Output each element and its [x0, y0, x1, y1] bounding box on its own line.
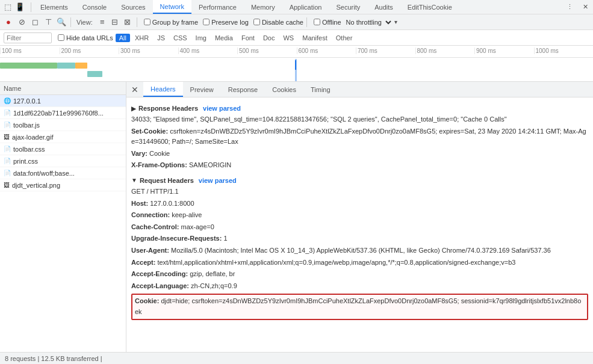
search-button[interactable]: 🔍	[55, 16, 67, 28]
filter-tag-css[interactable]: CSS	[170, 34, 191, 42]
disable-cache-checkbox[interactable]: Disable cache	[253, 19, 303, 26]
file-icon: 📄	[4, 110, 11, 116]
detail-tabs: ✕ Headers Preview Response Cookies Timin…	[126, 82, 593, 97]
request-header-row: Upgrade-Insecure-Requests: 1	[131, 233, 588, 244]
filter-button[interactable]: ⊤	[42, 16, 54, 28]
file-list: Name 🌐127.0.0.1📄1d1df6220ab711e9996760f8…	[0, 82, 126, 352]
file-name: 127.0.0.1	[13, 97, 41, 105]
view-icons: ≡ ⊟ ⊠	[96, 16, 134, 28]
response-header-row: 34033; "Elapsed time", SQLPanel_sql_time…	[131, 114, 588, 125]
waterfall-bar-1	[0, 63, 57, 69]
file-item[interactable]: 📄1d1df6220ab711e9996760f8...	[0, 107, 126, 119]
tab-audits[interactable]: Audits	[367, 0, 400, 14]
filter-tag-other[interactable]: Other	[332, 34, 356, 42]
detail-tab-headers[interactable]: Headers	[143, 82, 183, 97]
detail-content: ▶ Response Headers view parsed 34033; "E…	[126, 97, 593, 352]
filter-tags: AllXHRJSCSSImgMediaFontDocWSManifestOthe…	[116, 34, 356, 42]
filter-tag-media[interactable]: Media	[211, 34, 237, 42]
tab-memory[interactable]: Memory	[244, 0, 282, 14]
detail-tab-cookies[interactable]: Cookies	[265, 82, 303, 97]
file-icon: 📄	[4, 146, 11, 152]
stop-button[interactable]: ⊘	[16, 16, 28, 28]
device-icon[interactable]: 📱	[13, 2, 26, 11]
list-view-button[interactable]: ≡	[96, 16, 108, 28]
waterfall-view-button[interactable]: ⊟	[109, 16, 121, 28]
group-by-frame-label: Group by frame	[152, 19, 198, 26]
separator-3	[306, 17, 307, 27]
detail-close-button[interactable]: ✕	[126, 85, 143, 94]
close-devtools-button[interactable]: ✕	[578, 3, 593, 11]
network-toolbar: ● ⊘ ◻ ⊤ 🔍 View: ≡ ⊟ ⊠ Group by frame Pre…	[0, 14, 593, 30]
file-item[interactable]: 🖼ajax-loader.gif	[0, 131, 126, 143]
tab-security[interactable]: Security	[329, 0, 367, 14]
waterfall-bar-3	[75, 63, 87, 69]
request-headers-title: Request Headers	[140, 177, 194, 184]
tab-sources[interactable]: Sources	[114, 0, 152, 14]
request-header-row: Accept: text/html,application/xhtml+xml,…	[131, 258, 588, 268]
request-headers-section[interactable]: ▼ Request Headers view parsed	[131, 177, 588, 184]
record-button[interactable]: ●	[2, 16, 14, 28]
file-item[interactable]: 🖼djdt_vertical.png	[0, 179, 126, 191]
detail-tab-timing[interactable]: Timing	[303, 82, 338, 97]
request-headers-view-parsed[interactable]: view parsed	[199, 177, 237, 184]
ruler-mark: 200 ms	[60, 48, 119, 54]
filter-tag-ws[interactable]: WS	[279, 34, 297, 42]
filter-tag-all[interactable]: All	[116, 34, 130, 42]
response-headers-view-parsed[interactable]: view parsed	[203, 105, 241, 112]
tab-network[interactable]: Network	[153, 0, 191, 14]
filter-tag-xhr[interactable]: XHR	[131, 34, 152, 42]
waterfall-bar-4	[87, 71, 102, 77]
filter-tag-doc[interactable]: Doc	[259, 34, 279, 42]
hide-data-urls-input[interactable]	[58, 34, 64, 41]
file-icon: 📄	[4, 170, 11, 176]
timeline: 100 ms200 ms300 ms400 ms500 ms600 ms700 …	[0, 46, 593, 82]
file-item[interactable]: 📄print.css	[0, 155, 126, 167]
throttle-select[interactable]: No throttling	[343, 18, 393, 26]
disable-cache-label: Disable cache	[262, 19, 303, 26]
group-by-frame-checkbox[interactable]: Group by frame	[144, 19, 198, 26]
tab-editthiscookie[interactable]: EditThisCookie	[400, 0, 459, 14]
view-label: View:	[76, 19, 93, 26]
main-panel: Name 🌐127.0.0.1📄1d1df6220ab711e9996760f8…	[0, 82, 593, 352]
request-header-row-highlighted: Cookie: djdt=hide; csrftoken=z4sDnWBZDz5…	[131, 294, 588, 319]
tab-application[interactable]: Application	[282, 0, 329, 14]
detail-tab-response[interactable]: Response	[221, 82, 265, 97]
offline-checkbox[interactable]: Offline	[314, 19, 341, 26]
file-name: djdt_vertical.png	[12, 182, 60, 189]
detail-panel: ✕ Headers Preview Response Cookies Timin…	[126, 82, 593, 352]
timeline-content	[0, 58, 593, 82]
response-headers-section[interactable]: ▶ Response Headers view parsed	[131, 105, 588, 112]
file-icon: 🖼	[4, 134, 10, 140]
detail-tab-preview[interactable]: Preview	[183, 82, 221, 97]
filter-tag-js[interactable]: JS	[154, 34, 169, 42]
inspect-icon[interactable]: ⬚	[2, 2, 13, 11]
offline-input[interactable]	[314, 19, 320, 25]
preserve-log-input[interactable]	[203, 19, 210, 25]
filter-tag-manifest[interactable]: Manifest	[299, 34, 331, 42]
file-item[interactable]: 📄toolbar.css	[0, 143, 126, 155]
request-header-row: Accept-Language: zh-CN,zh;q=0.9	[131, 281, 588, 292]
response-header-row: Set-Cookie: csrftoken=z4sDnWBZDz5Y9zIvr0…	[131, 126, 588, 147]
separator-2	[137, 17, 137, 27]
group-by-domain-button[interactable]: ⊠	[122, 16, 134, 28]
file-item[interactable]: 🌐127.0.0.1	[0, 95, 126, 107]
request-headers-arrow: ▼	[131, 177, 137, 184]
file-name: print.css	[13, 158, 38, 165]
hide-data-urls-checkbox[interactable]: Hide data URLs	[58, 34, 113, 42]
devtools-window-icons: ⬚ 📱	[0, 2, 29, 11]
preserve-log-checkbox[interactable]: Preserve log	[203, 19, 249, 26]
filter-tag-img[interactable]: Img	[192, 34, 210, 42]
ruler-mark: 900 ms	[474, 48, 534, 54]
file-item[interactable]: 📄toolbar.js	[0, 119, 126, 131]
tab-elements[interactable]: Elements	[33, 0, 75, 14]
file-item[interactable]: 📄data:font/woff;base...	[0, 167, 126, 179]
more-tabs-button[interactable]: ⋮	[562, 3, 578, 11]
group-by-frame-input[interactable]	[144, 19, 151, 25]
tab-console[interactable]: Console	[75, 0, 114, 14]
tab-performance[interactable]: Performance	[191, 0, 244, 14]
disable-cache-input[interactable]	[253, 19, 260, 25]
filter-input[interactable]	[4, 32, 52, 43]
filter-tag-font[interactable]: Font	[238, 34, 258, 42]
file-name: toolbar.js	[13, 122, 40, 129]
camera-button[interactable]: ◻	[29, 16, 41, 28]
